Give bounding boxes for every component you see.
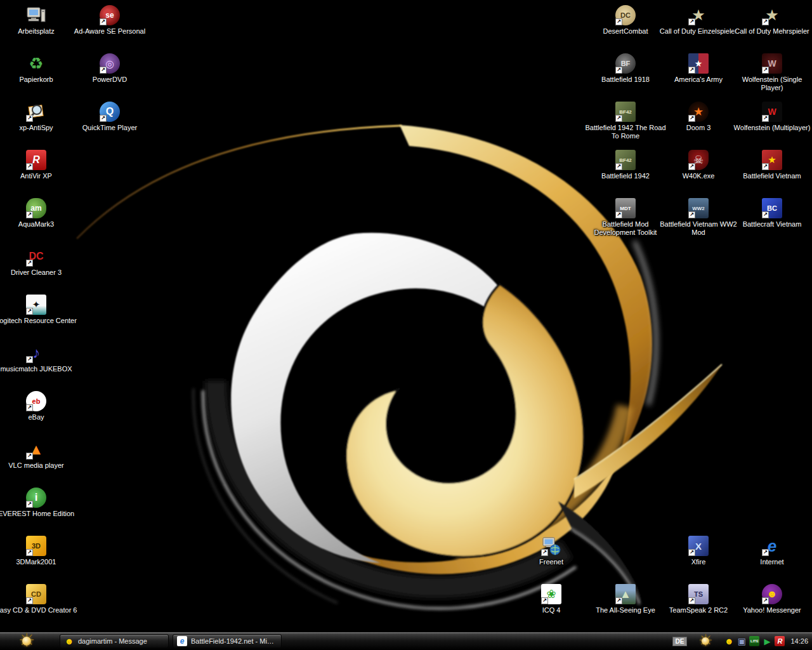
desktop-icon-antivir-xp[interactable]: R↗AntiVir XP [0, 150, 78, 180]
icon-label: Battlefield Vietnam WW2 Mod [657, 220, 740, 237]
desktop-icon-aquamark3[interactable]: am↗AquaMark3 [0, 198, 78, 229]
easycd-icon: CD↗ [26, 584, 46, 604]
shortcut-arrow-icon: ↗ [762, 163, 769, 170]
antivir-icon: R↗ [26, 150, 46, 170]
desktop-icon-quicktime-player[interactable]: Q↗QuickTime Player [68, 102, 152, 132]
cod-star-icon: ★↗ [688, 5, 709, 25]
desktop-icon-battlefield-mod-development-toolkit[interactable]: MDT↗Battlefield Mod Development Toolkit [584, 198, 667, 237]
icon-label: Easy CD & DVD Creator 6 [0, 606, 78, 614]
taskbar-button-label: dagimartim - Message [78, 637, 147, 645]
icon-label: Logitech Resource Center [0, 317, 78, 325]
icon-label: ICQ 4 [509, 606, 593, 614]
shortcut-arrow-icon: ↗ [688, 549, 695, 556]
shortcut-arrow-icon: ↗ [541, 549, 548, 556]
shortcut-arrow-icon: ↗ [688, 597, 695, 604]
shortcut-arrow-icon: ↗ [26, 163, 33, 170]
desktop-icon-w40k-exe[interactable]: ☠↗W40K.exe [657, 150, 740, 180]
desktop-icon-call-of-duty-einzelspieler[interactable]: ★↗Call of Duty Einzelspieler [657, 5, 740, 36]
desktop-icon-ad-aware-se-personal[interactable]: se↗Ad-Aware SE Personal [68, 5, 152, 36]
desktop-icon-battlefield-1918[interactable]: BF↗Battlefield 1918 [584, 53, 667, 84]
desktop-icon-battlefield-vietnam[interactable]: ★↗Battlefield Vietnam [730, 150, 812, 180]
desktop-icon-driver-cleaner-3[interactable]: DC↗Driver Cleaner 3 [0, 246, 78, 277]
shortcut-arrow-icon: ↗ [26, 260, 33, 267]
icon-label: Arbeitsplatz [0, 27, 78, 36]
icon-label: The All-Seeing Eye [584, 606, 667, 614]
desktop-icon-wolfenstein-multiplayer[interactable]: W↗Wolfenstein (Multiplayer) [730, 102, 812, 132]
shortcut-arrow-icon: ↗ [26, 453, 33, 460]
desktop-icon-battlefield-vietnam-ww2-mod[interactable]: WW2↗Battlefield Vietnam WW2 Mod [657, 198, 740, 237]
vlc-cone-icon: ▲↗ [26, 439, 46, 460]
icon-label: Battlefield Vietnam [730, 172, 812, 180]
desktop-icon-battlefield-1942-the-road-to-rome[interactable]: BF42↗Battlefield 1942 The Road To Rome [584, 102, 667, 140]
taskbar-button-dagimartim-message[interactable]: ☻dagimartim - Message [60, 634, 169, 648]
shortcut-arrow-icon: ↗ [688, 163, 695, 170]
shortcut-arrow-icon: ↗ [26, 404, 33, 411]
icon-label: Papierkorb [0, 76, 78, 84]
desktop-icon-america-s-army[interactable]: ★↗America's Army [657, 53, 740, 84]
shortcut-arrow-icon: ↗ [26, 308, 33, 315]
shortcut-arrow-icon: ↗ [762, 18, 769, 25]
desktop-icon-freenet[interactable]: ↗Freenet [509, 536, 593, 566]
cod-star-icon: ★↗ [762, 5, 782, 25]
start-button[interactable]: ☀ [9, 632, 44, 650]
doom3-icon: ★↗ [688, 102, 709, 122]
desktop-icon-powerdvd[interactable]: ◎↗PowerDVD [68, 53, 152, 84]
play-arrow-tray-icon[interactable]: ▶ [762, 636, 772, 646]
desertcombat-icon: DC↗ [615, 5, 636, 25]
taskbar-button-battlefield-1942-net-micr[interactable]: eBattleField-1942.net - Micr... [173, 634, 282, 648]
network-computer-tray-icon[interactable]: ▣ [737, 636, 747, 646]
desktop-icon-logitech-resource-center[interactable]: ✦↗Logitech Resource Center [0, 295, 78, 325]
desktop-icon-yahoo-messenger[interactable]: ☻↗Yahoo! Messenger [730, 584, 812, 614]
yahoo-messenger-icon: ☻↗ [762, 584, 782, 604]
desktop-icon-musicmatch-jukebox[interactable]: ♪↗musicmatch JUKEBOX [0, 343, 78, 373]
desktop-icon-wolfenstein-single-player[interactable]: W↗Wolfenstein (Single Player) [730, 53, 812, 92]
icon-label: EVEREST Home Edition [0, 510, 78, 518]
americas-army-icon: ★↗ [688, 53, 709, 74]
antivir-tray-icon[interactable]: R [775, 636, 785, 646]
clock[interactable]: 14:26 [790, 637, 808, 645]
taskbar-buttons: ☻dagimartim - MessageeBattleField-1942.n… [60, 634, 672, 648]
icon-label: DesertCombat [584, 27, 667, 36]
musicmatch-icon: ♪↗ [26, 343, 46, 363]
taskbar-button-label: BattleField-1942.net - Micr... [191, 637, 277, 645]
shortcut-arrow-icon: ↗ [762, 67, 769, 74]
desktop-icon-easy-cd-dvd-creator-6[interactable]: CD↗Easy CD & DVD Creator 6 [0, 584, 78, 614]
desktop-icon-xfire[interactable]: X↗Xfire [657, 536, 740, 566]
icon-label: Internet [730, 558, 812, 566]
shortcut-arrow-icon: ↗ [615, 115, 622, 122]
desktop-icon-battlefield-1942[interactable]: BF42↗Battlefield 1942 [584, 150, 667, 180]
icon-label: VLC media player [0, 461, 78, 470]
desktop-icon-3dmark2001[interactable]: 3D↗3DMark2001 [0, 536, 78, 566]
desktop-icon-call-of-duty-mehrspieler[interactable]: ★↗Call of Duty Mehrspieler [730, 5, 812, 36]
shortcut-arrow-icon: ↗ [26, 501, 33, 508]
desktop-icon-desertcombat[interactable]: DC↗DesertCombat [584, 5, 667, 36]
desktop-icon-icq-4[interactable]: ❀↗ICQ 4 [509, 584, 593, 614]
desktop-icon-ebay[interactable]: eb↗eBay [0, 391, 78, 421]
shortcut-arrow-icon: ↗ [26, 211, 33, 218]
desktop-icon-arbeitsplatz[interactable]: Arbeitsplatz [0, 5, 78, 36]
yahoo-messenger-tray-icon[interactable]: ☻ [724, 636, 734, 646]
icq-flower-icon: ❀↗ [541, 584, 561, 604]
desktop-icon-battlecraft-vietnam[interactable]: BC↗Battlecraft Vietnam [730, 198, 812, 229]
desktop-icon-the-all-seeing-eye[interactable]: ▲↗The All-Seeing Eye [584, 584, 667, 614]
desktop-icon-everest-home-edition[interactable]: i↗EVEREST Home Edition [0, 488, 78, 518]
shortcut-arrow-icon: ↗ [100, 18, 107, 25]
wolf-mp-icon: W↗ [762, 102, 782, 122]
desktop-icon-xp-antispy[interactable]: ↗xp-AntiSpy [0, 102, 78, 132]
tray-icons: ☻▣LITE▶R [724, 636, 785, 646]
shortcut-arrow-icon: ↗ [762, 115, 769, 122]
shortcut-arrow-icon: ↗ [26, 549, 33, 556]
logitech-icon: ✦↗ [26, 295, 46, 315]
desktop-icon-teamspeak-2-rc2[interactable]: TS↗TeamSpeak 2 RC2 [657, 584, 740, 614]
desktop-icon-papierkorb[interactable]: ♻Papierkorb [0, 53, 78, 84]
wolf-sp-icon: W↗ [762, 53, 782, 74]
icon-label: Doom 3 [657, 124, 740, 132]
desktop-icon-vlc-media-player[interactable]: ▲↗VLC media player [0, 439, 78, 470]
desktop-icon-doom-3[interactable]: ★↗Doom 3 [657, 102, 740, 132]
desktop-icon-internet[interactable]: e↗Internet [730, 536, 812, 566]
language-indicator[interactable]: DE [672, 637, 688, 646]
shortcut-arrow-icon: ↗ [100, 67, 107, 74]
system-tray: DE ☀ ☻▣LITE▶R 14:26 [672, 632, 812, 650]
icon-label: Call of Duty Mehrspieler [730, 27, 812, 36]
icq-lite-tray-icon[interactable]: LITE [749, 636, 759, 646]
